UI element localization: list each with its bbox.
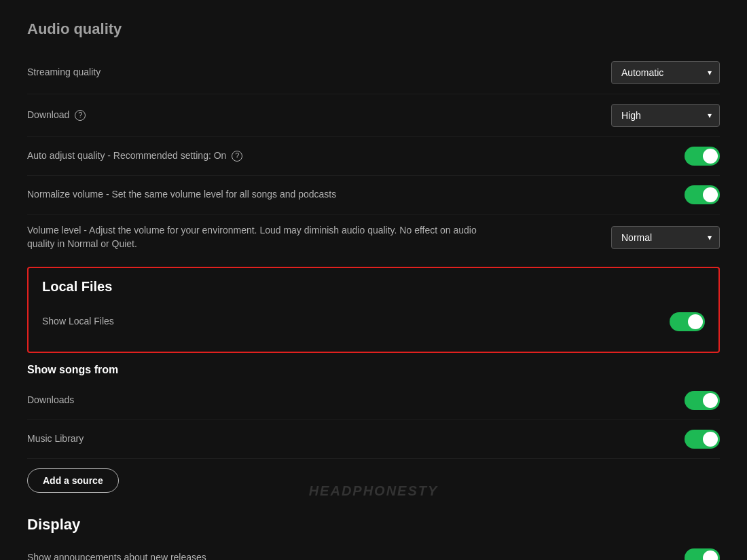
music-library-toggle[interactable] [685, 430, 720, 449]
show-local-files-label: Show Local Files [42, 315, 114, 329]
show-announcements-label: Show announcements about new releases [27, 551, 206, 560]
volume-level-select-wrapper: Quiet Normal Loud ▾ [611, 226, 720, 249]
show-local-files-toggle[interactable] [670, 312, 705, 331]
show-announcements-row: Show announcements about new releases [27, 539, 720, 560]
download-quality-row: Download ? Low Normal High Very High ▾ [27, 94, 720, 137]
streaming-quality-label: Streaming quality [27, 66, 101, 79]
show-announcements-toggle[interactable] [685, 548, 720, 560]
display-title: Display [27, 516, 720, 534]
music-library-row: Music Library [27, 420, 720, 459]
streaming-quality-row: Streaming quality Automatic Low Normal H… [27, 52, 720, 94]
show-songs-from-title: Show songs from [27, 364, 720, 376]
download-quality-label: Download ? [27, 109, 86, 122]
downloads-toggle[interactable] [685, 391, 720, 410]
show-songs-from-section: Show songs from Downloads Music Library … [27, 364, 720, 502]
volume-level-row: Volume level - Adjust the volume for you… [27, 214, 720, 260]
volume-level-select[interactable]: Quiet Normal Loud [611, 226, 720, 249]
add-source-button[interactable]: Add a source [27, 468, 119, 493]
settings-page: Audio quality Streaming quality Automati… [0, 0, 747, 560]
download-quality-select[interactable]: Low Normal High Very High [611, 104, 720, 127]
normalize-volume-row: Normalize volume - Set the same volume l… [27, 176, 720, 214]
download-info-icon[interactable]: ? [75, 110, 86, 121]
auto-adjust-row: Auto adjust quality - Recommended settin… [27, 137, 720, 176]
streaming-quality-select-wrapper: Automatic Low Normal High Very High ▾ [611, 61, 720, 84]
auto-adjust-label: Auto adjust quality - Recommended settin… [27, 149, 242, 163]
auto-adjust-toggle[interactable] [685, 147, 720, 166]
volume-level-label: Volume level - Adjust the volume for you… [27, 224, 489, 250]
audio-quality-section: Audio quality Streaming quality Automati… [27, 20, 720, 260]
display-section: Display Show announcements about new rel… [27, 516, 720, 560]
streaming-quality-select[interactable]: Automatic Low Normal High Very High [611, 61, 720, 84]
local-files-title: Local Files [42, 279, 705, 295]
show-local-files-row: Show Local Files [42, 303, 705, 341]
normalize-volume-toggle[interactable] [685, 185, 720, 204]
download-quality-select-wrapper: Low Normal High Very High ▾ [611, 104, 720, 127]
downloads-label: Downloads [27, 394, 74, 407]
local-files-section: Local Files Show Local Files [27, 267, 720, 353]
normalize-volume-label: Normalize volume - Set the same volume l… [27, 188, 336, 202]
audio-quality-title: Audio quality [27, 20, 720, 38]
downloads-row: Downloads [27, 381, 720, 420]
auto-adjust-info-icon[interactable]: ? [232, 151, 242, 162]
music-library-label: Music Library [27, 432, 84, 446]
